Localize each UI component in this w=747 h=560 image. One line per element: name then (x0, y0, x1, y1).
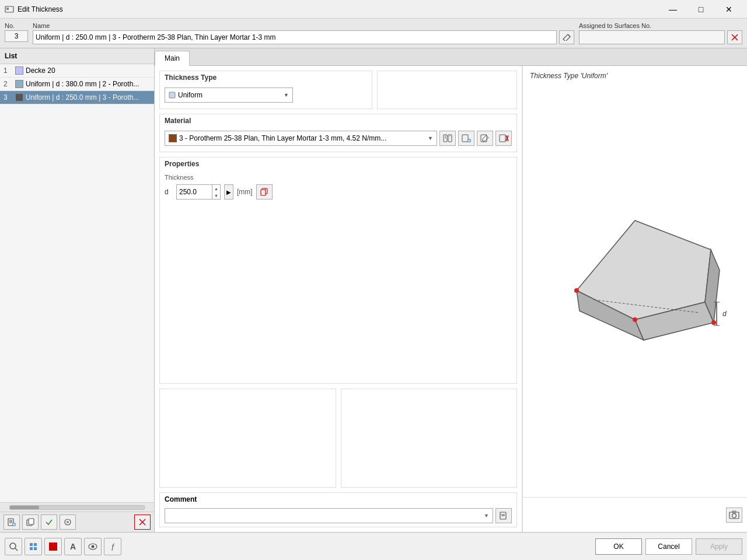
ok-button[interactable]: OK (595, 538, 642, 555)
name-row (33, 30, 574, 44)
list-panel: List 1 Decke 20 2 Uniform | d : 380.0 mm… (0, 48, 155, 532)
name-section: Name (33, 22, 574, 44)
no-input[interactable] (5, 30, 28, 42)
d-spin-down-button[interactable]: ▼ (212, 192, 220, 199)
clear-assigned-button[interactable] (727, 30, 742, 44)
list-item-num: 2 (4, 80, 13, 88)
panel-content: Thickness Type Uniform ▼ (155, 66, 747, 532)
list-item-text: Uniform | d : 380.0 mm | 2 - Poroth... (26, 80, 139, 88)
list-item[interactable]: 2 Uniform | d : 380.0 mm | 2 - Poroth... (0, 78, 154, 91)
thickness-type-section: Thickness Type Uniform ▼ (159, 71, 372, 109)
bottom-toolbar: A ƒ OK Cancel Apply (0, 532, 747, 560)
list-item-color (15, 66, 23, 75)
svg-rect-60 (34, 543, 37, 546)
mat-delete-icon (499, 134, 508, 142)
formula-button[interactable]: ƒ (104, 538, 121, 555)
assigned-row (579, 30, 742, 44)
thickness-type-select[interactable]: Uniform ▼ (165, 88, 293, 103)
copy-icon (260, 188, 268, 196)
name-input[interactable] (33, 30, 557, 44)
window-title: Edit Thickness (18, 5, 659, 13)
tab-main[interactable]: Main (155, 51, 190, 66)
content-area: List 1 Decke 20 2 Uniform | d : 380.0 mm… (0, 48, 747, 532)
formula-icon: ƒ (110, 542, 114, 551)
edit-name-button[interactable] (559, 30, 574, 44)
d-copy-button[interactable] (256, 184, 273, 200)
delete-button[interactable] (134, 514, 151, 530)
thickness-type-header: Thickness Type (160, 71, 372, 84)
pencil-icon (563, 34, 571, 41)
material-color-swatch (169, 134, 177, 142)
grid-tool-button[interactable] (25, 538, 42, 555)
svg-text:d: d (722, 310, 727, 318)
assigned-input[interactable] (579, 30, 725, 44)
maximize-button[interactable]: □ (687, 0, 714, 19)
minimize-button[interactable]: — (659, 0, 686, 19)
svg-rect-17 (169, 92, 175, 98)
preview-panel: Thickness Type 'Uniform' (522, 66, 747, 532)
list-item[interactable]: 1 Decke 20 (0, 64, 154, 78)
svg-rect-61 (30, 547, 33, 550)
material-select[interactable]: 3 - Porotherm 25-38 Plan, Thin Layer Mor… (165, 131, 437, 146)
svg-rect-24 (462, 135, 468, 142)
window-controls: — □ ✕ (659, 0, 742, 19)
main-panel: Main Thickness Type (155, 48, 747, 532)
duplicate-button[interactable] (22, 514, 39, 530)
list-items: 1 Decke 20 2 Uniform | d : 380.0 mm | 2 … (0, 64, 154, 502)
list-item-text: Uniform | d : 250.0 mm | 3 - Poroth... (26, 93, 139, 102)
d-value-input[interactable] (177, 185, 212, 199)
comment-section: Comment ▼ (159, 492, 517, 527)
svg-point-47 (711, 320, 716, 325)
material-display-button[interactable] (44, 538, 62, 555)
hscroll-thumb (10, 506, 39, 509)
list-item-num: 1 (4, 66, 13, 75)
cancel-button[interactable]: Cancel (645, 538, 692, 555)
properties-body: Thickness d ▲ ▼ ▶ (160, 170, 516, 205)
text-icon: A (70, 542, 76, 551)
svg-point-55 (732, 513, 736, 517)
material-delete-button[interactable] (495, 131, 512, 146)
d-spin-up-button[interactable]: ▲ (212, 185, 220, 192)
material-row: 3 - Porotherm 25-38 Plan, Thin Layer Mor… (165, 131, 512, 146)
title-bar: Edit Thickness — □ ✕ (0, 0, 747, 19)
tools-button[interactable] (60, 514, 76, 530)
mat-new-icon (462, 134, 471, 142)
app-icon (5, 5, 14, 14)
check-icon (45, 518, 53, 526)
material-new-button[interactable] (458, 131, 474, 146)
svg-point-14 (67, 521, 69, 523)
material-section: Material 3 - Porotherm 25-38 Plan, Thin … (159, 114, 517, 152)
material-header: Material (160, 114, 516, 127)
delete-icon (138, 518, 146, 526)
no-label: No. (5, 22, 28, 29)
material-edit-button[interactable] (477, 131, 493, 146)
tabs: Main (155, 48, 747, 66)
dialog: No. Name Assigned to Surfaces No. (0, 19, 747, 560)
close-button[interactable]: ✕ (715, 0, 742, 19)
hscroll-track[interactable] (9, 505, 145, 510)
comment-body: ▼ (160, 506, 516, 527)
svg-point-57 (10, 543, 16, 549)
properties-section: Properties Thickness d ▲ ▼ (159, 157, 517, 384)
d-arrow-button[interactable]: ▶ (224, 184, 233, 200)
list-header: List (0, 48, 154, 64)
comment-select[interactable]: ▼ (165, 508, 493, 523)
svg-point-64 (92, 545, 95, 548)
lower-right-panel (341, 388, 518, 488)
list-hscroll[interactable] (0, 502, 154, 512)
list-item-selected[interactable]: 3 Uniform | d : 250.0 mm | 3 - Poroth... (0, 91, 154, 104)
search-tool-button[interactable] (5, 538, 22, 555)
screenshot-button[interactable] (726, 508, 742, 523)
visibility-button[interactable] (84, 538, 102, 555)
svg-rect-12 (29, 519, 34, 524)
text-tool-button[interactable]: A (64, 538, 82, 555)
material-library-button[interactable] (439, 131, 456, 146)
top-bar: No. Name Assigned to Surfaces No. (0, 19, 747, 48)
comment-dropdown-icon: ▼ (484, 513, 489, 519)
material-dropdown-arrow-icon: ▼ (428, 135, 433, 141)
duplicate-icon (26, 518, 34, 526)
comment-copy-button[interactable] (495, 508, 512, 523)
check-button[interactable] (41, 514, 57, 530)
new-item-button[interactable] (4, 514, 20, 530)
material-value: 3 - Porotherm 25-38 Plan, Thin Layer Mor… (179, 134, 428, 142)
